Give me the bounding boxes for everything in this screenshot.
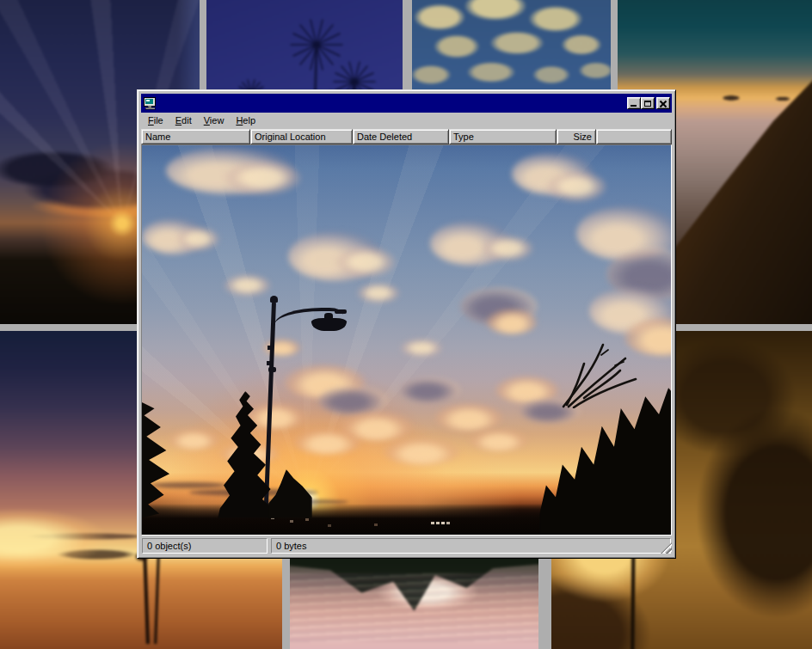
file-list-area[interactable] — [141, 144, 672, 536]
window-controls — [627, 97, 670, 109]
status-bar: 0 object(s) 0 bytes — [141, 537, 672, 554]
column-header-filler — [596, 129, 672, 144]
lamp-head — [311, 318, 347, 331]
minimize-button[interactable] — [627, 97, 641, 109]
column-header-type[interactable]: Type — [449, 129, 557, 144]
ripple-texture — [290, 573, 538, 642]
column-headers: Name Original Location Date Deleted Type… — [141, 129, 672, 144]
computer-icon — [143, 96, 157, 110]
column-header-original-location[interactable]: Original Location — [250, 129, 353, 144]
lamppost-cap — [270, 296, 278, 303]
menu-file[interactable]: File — [142, 113, 169, 128]
maximize-icon — [644, 101, 651, 107]
close-icon — [660, 101, 667, 107]
close-button[interactable] — [656, 97, 670, 109]
menu-bar: File Edit View Help — [141, 113, 672, 129]
lamppost-collar — [268, 367, 276, 372]
column-header-name[interactable]: Name — [141, 129, 250, 144]
menu-help[interactable]: Help — [230, 113, 261, 128]
minimize-icon — [631, 105, 637, 107]
lamppost-arm-tip — [335, 309, 347, 314]
status-byte-count: 0 bytes — [271, 538, 671, 554]
column-header-date-deleted[interactable]: Date Deleted — [353, 129, 449, 144]
lamppost-bracket — [268, 346, 273, 350]
menu-view[interactable]: View — [198, 113, 231, 128]
menu-edit[interactable]: Edit — [169, 113, 198, 128]
maximize-button[interactable] — [641, 97, 655, 109]
windblown-tree — [558, 338, 637, 408]
desktop: File Edit View Help Name Original Locati… — [0, 0, 812, 649]
window-titlebar[interactable] — [141, 94, 672, 113]
recycle-bin-window: File Edit View Help Name Original Locati… — [137, 89, 676, 559]
lamppost-bracket — [267, 361, 273, 365]
sunset-lamppost-photo — [142, 145, 671, 535]
column-header-size[interactable]: Size — [557, 129, 596, 144]
status-object-count: 0 object(s) — [142, 538, 268, 554]
lake-pole — [143, 549, 150, 644]
lake-pole — [154, 554, 160, 644]
